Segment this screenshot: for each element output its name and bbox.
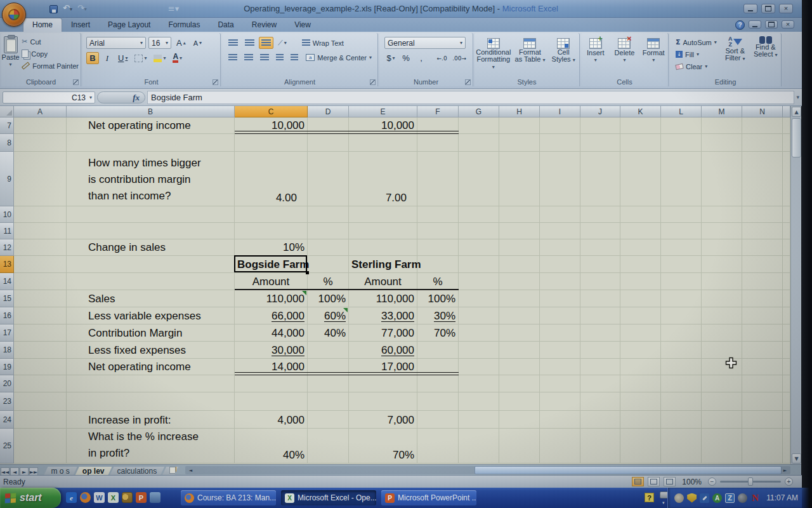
workbook-close-button[interactable]: × xyxy=(782,20,794,29)
cell-E8[interactable] xyxy=(349,134,417,152)
cell-I12[interactable] xyxy=(540,239,580,256)
cell-H20[interactable] xyxy=(499,375,540,392)
cell-M16[interactable] xyxy=(702,307,742,324)
cell-A23[interactable] xyxy=(14,392,67,411)
cell-K25[interactable] xyxy=(620,429,661,464)
cell-H12[interactable] xyxy=(499,239,540,256)
cell-N14[interactable] xyxy=(742,273,783,290)
cell-L12[interactable] xyxy=(661,239,702,256)
norton-tray-icon[interactable]: N xyxy=(750,493,760,503)
cell-F17[interactable]: 70% xyxy=(417,324,459,342)
scroll-right-icon[interactable]: ► xyxy=(781,467,789,474)
cell-H9[interactable] xyxy=(499,152,540,206)
cell-L14[interactable] xyxy=(661,273,702,290)
row-header-24[interactable]: 24 xyxy=(0,411,14,429)
fill-handle[interactable] xyxy=(306,271,309,274)
cell-x24[interactable] xyxy=(783,411,790,429)
cell-B24[interactable]: Increase in profit: xyxy=(67,411,235,429)
col-header-K[interactable]: K xyxy=(620,106,661,117)
cell-H14[interactable] xyxy=(499,273,540,290)
cell-J12[interactable] xyxy=(580,239,620,256)
cell-C18[interactable]: 30,000 xyxy=(235,342,308,359)
page-layout-view-button[interactable] xyxy=(648,477,660,486)
cell-D8[interactable] xyxy=(308,134,349,152)
increase-decimal-button[interactable]: ←.0 xyxy=(435,52,449,64)
bottom-align-button[interactable] xyxy=(259,37,273,49)
cell-x14[interactable] xyxy=(783,273,790,290)
cell-J9[interactable] xyxy=(580,152,620,206)
cell-N13[interactable] xyxy=(742,256,783,273)
cell-x13[interactable] xyxy=(783,256,790,273)
cell-K24[interactable] xyxy=(620,411,661,429)
cell-I23[interactable] xyxy=(540,392,580,411)
ie-icon[interactable]: e xyxy=(66,492,77,503)
start-button[interactable]: start xyxy=(0,488,61,508)
cell-H23[interactable] xyxy=(499,392,540,411)
cell-F20[interactable] xyxy=(417,375,459,392)
cell-J24[interactable] xyxy=(580,411,620,429)
cell-N24[interactable] xyxy=(742,411,783,429)
row-header-10[interactable]: 10 xyxy=(0,206,14,223)
cell-K19[interactable] xyxy=(620,359,661,375)
number-format-select[interactable]: General▾ xyxy=(384,37,466,49)
taskbar-button-powerpoint[interactable]: P Microsoft PowerPoint ... xyxy=(381,490,476,505)
cell-D17[interactable]: 40% xyxy=(308,324,349,342)
cell-J23[interactable] xyxy=(580,392,620,411)
page-break-view-button[interactable] xyxy=(664,477,676,486)
cell-E15[interactable]: 110,000 xyxy=(349,290,417,307)
taskbar-button-excel[interactable]: X Microsoft Excel - Ope... xyxy=(281,490,376,505)
cell-A17[interactable] xyxy=(14,324,67,342)
col-header-F[interactable]: F xyxy=(417,106,459,117)
cell-N16[interactable] xyxy=(742,307,783,324)
align-right-button[interactable] xyxy=(258,51,272,64)
cell-H25[interactable] xyxy=(499,429,540,464)
col-header-G[interactable]: G xyxy=(459,106,499,117)
autosum-button[interactable]: ΣAutoSum▾ xyxy=(674,36,719,48)
zoom-in-button[interactable]: + xyxy=(785,478,793,486)
cell-I19[interactable] xyxy=(540,359,580,375)
cell-L7[interactable] xyxy=(661,117,702,134)
cell-x25[interactable] xyxy=(783,429,790,464)
cell-B10[interactable] xyxy=(67,206,235,223)
cell-D16[interactable]: 60% xyxy=(308,307,349,324)
cell-K20[interactable] xyxy=(620,375,661,392)
shrink-font-button[interactable]: A▾ xyxy=(191,37,204,49)
cell-C20[interactable] xyxy=(235,375,308,392)
cell-M13[interactable] xyxy=(702,256,742,273)
cell-G16[interactable] xyxy=(459,307,499,324)
cell-G12[interactable] xyxy=(459,239,499,256)
format-cells-button[interactable]: Format▾ xyxy=(639,35,667,64)
cell-A20[interactable] xyxy=(14,375,67,392)
cell-D14[interactable]: % xyxy=(308,273,349,290)
cell-K23[interactable] xyxy=(620,392,661,411)
cell-I8[interactable] xyxy=(540,134,580,152)
cell-A10[interactable] xyxy=(14,206,67,223)
toolbar-expand-icon[interactable]: ▾ xyxy=(662,500,665,505)
cell-E24[interactable]: 7,000 xyxy=(349,411,417,429)
cell-K9[interactable] xyxy=(620,152,661,206)
cell-B13[interactable] xyxy=(67,256,235,273)
minimize-button[interactable] xyxy=(743,4,757,13)
cell-G10[interactable] xyxy=(459,206,499,223)
cell-J16[interactable] xyxy=(580,307,620,324)
cell-styles-button[interactable]: CellStyles ▾ xyxy=(549,35,578,70)
workbook-restore-button[interactable] xyxy=(765,20,778,29)
cell-F15[interactable]: 100% xyxy=(417,290,459,307)
col-header-B[interactable]: B xyxy=(67,106,235,117)
cell-A13[interactable] xyxy=(14,256,67,273)
cell-E23[interactable] xyxy=(349,392,417,411)
cell-E12[interactable] xyxy=(349,239,417,256)
cell-M18[interactable] xyxy=(702,342,742,359)
cell-F14[interactable]: % xyxy=(417,273,459,290)
cut-button[interactable]: ✂Cut xyxy=(20,36,81,48)
cell-A8[interactable] xyxy=(14,134,67,152)
wrap-text-button[interactable]: Wrap Text xyxy=(300,37,346,49)
expand-formula-bar-icon[interactable]: ▾ xyxy=(796,94,799,100)
app-icon[interactable] xyxy=(150,492,160,503)
cell-A7[interactable] xyxy=(14,117,67,134)
cell-E18[interactable]: 60,000 xyxy=(349,342,417,359)
cell-E16[interactable]: 33,000 xyxy=(349,307,417,324)
cell-M23[interactable] xyxy=(702,392,742,411)
cell-L8[interactable] xyxy=(661,134,702,152)
cell-C11[interactable] xyxy=(235,223,308,239)
